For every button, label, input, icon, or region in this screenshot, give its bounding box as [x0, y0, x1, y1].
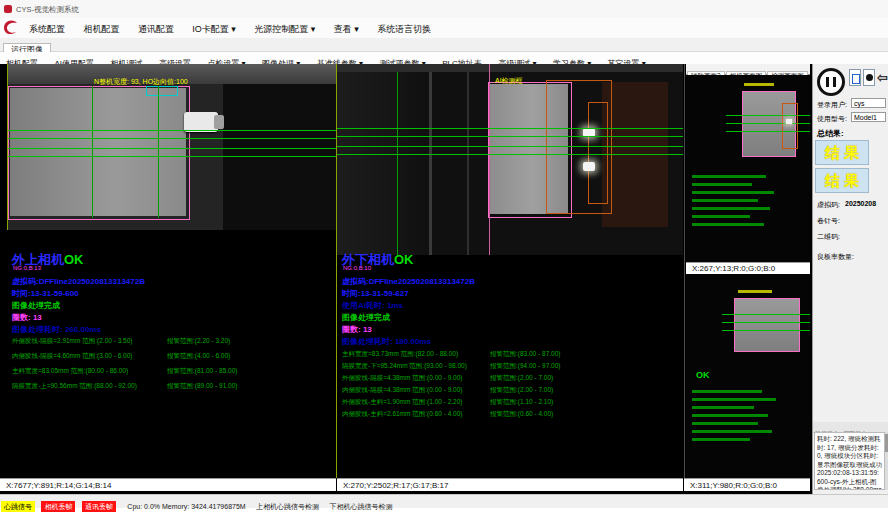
middle-process-done: 图像处理完成	[342, 312, 390, 323]
middle-time: 时间:13-31-59-627	[342, 288, 409, 299]
measure-value: 内侧胶线-隔膜=4.60mm 范围:(3.00 - 6.00)	[12, 352, 132, 361]
pause-icon	[826, 77, 829, 87]
middle-ng-counter: NG:0,B:10	[343, 265, 371, 271]
alarm-range: 报警范围:(94.00 - 97.00)	[490, 362, 560, 371]
middle-camera-image[interactable]: AI检测框	[337, 64, 683, 255]
measure-value: 主料宽度=83.73mm 范围:(82.00 - 88.00)	[342, 350, 458, 359]
app-logo-icon	[2, 19, 20, 37]
alarm-range: 报警范围:(0.60 - 4.00)	[490, 410, 553, 419]
ai-roi-label: AI检测框	[495, 76, 523, 86]
total-result-label: 总结果:	[817, 128, 844, 139]
alarm-range: 报警范围:(81.00 - 85.00)	[167, 367, 237, 376]
pause-button[interactable]	[817, 68, 845, 96]
thumb-ok-label: OK	[696, 370, 710, 380]
pink-guide-line	[489, 64, 490, 255]
material-block	[734, 298, 800, 352]
measurement-row: 外侧胶线-隔膜=4.38mm 范围:(0.00 - 9.00) 报警范围:(2.…	[342, 374, 682, 384]
scanner-button[interactable]	[849, 69, 861, 86]
pink-roi-box	[8, 86, 190, 220]
machine-edge	[429, 72, 432, 255]
menu-camera-config[interactable]: 相机配置	[76, 19, 126, 39]
tab-strip: 运行图像	[0, 38, 888, 52]
lower-camera-heartbeat: 下相机心跳信号检测	[330, 500, 393, 513]
alarm-range: 报警范围:(2.20 - 3.20)	[167, 337, 230, 346]
middle-loop-count: 圈数: 13	[342, 324, 372, 335]
measurement-row: 隔膜宽度-上=90.56mm 范围:(88.00 - 92.00) 报警范围:(…	[12, 382, 336, 392]
camera-drop-badge: 相机丢帧	[41, 501, 75, 512]
menu-language-switch[interactable]: 系统语言切换	[370, 19, 438, 39]
measure-value: 外侧胶线-隔膜=4.38mm 范围:(0.00 - 9.00)	[342, 374, 462, 383]
upper-camera-heartbeat: 上相机心跳信号检测	[256, 500, 319, 513]
cpu-memory-readout: Cpu: 0.0% Memory: 3424.41796875M	[127, 500, 245, 513]
orange-roi-box	[782, 103, 798, 149]
title-bar: CYS-视觉检测系统	[0, 0, 888, 19]
alarm-range: 报警范围:(89.00 - 91.00)	[167, 382, 237, 391]
machine-edge	[467, 72, 469, 255]
virtual-code-value: 20250208	[845, 200, 876, 207]
machine-band	[337, 64, 683, 72]
right-control-panel: ⇦ 登录用户: cys 使用型号: Model1 总结果: 结 果 结 果 虚拟…	[812, 64, 888, 494]
menu-comm-config[interactable]: 通讯配置	[131, 19, 181, 39]
result-box-bottom: 结 果	[815, 168, 869, 193]
pause-icon	[833, 77, 836, 87]
middle-status-ok: OK	[394, 252, 414, 267]
left-status-ok: OK	[64, 252, 84, 267]
measurement-row: 主料宽度=83.05mm 范围:(80.00 - 86.00) 报警范围:(81…	[12, 367, 336, 377]
comm-drop-badge: 通讯丢帧	[82, 501, 116, 512]
machine-column	[337, 72, 429, 255]
measurement-row: 外侧胶线-主料=1.90mm 范围:(1.00 - 2.20) 报警范围:(1.…	[342, 398, 682, 408]
left-virtual-code: 虚拟码:DFFline2025020813313472B	[12, 276, 145, 287]
left-ng-counter: NG:0,B:13	[13, 265, 41, 271]
left-camera-image[interactable]: N整机宽度: 93, HO边向值:100	[8, 64, 336, 230]
app-logo-icon	[4, 5, 12, 13]
menu-items: 系统配置 相机配置 通讯配置 IO卡配置 ▾ 光源控制配置 ▾ 查看 ▾ 系统语…	[22, 18, 438, 38]
connector-tip	[214, 115, 224, 129]
exit-button[interactable]: ⇦	[877, 69, 888, 86]
menu-system-config[interactable]: 系统配置	[22, 19, 72, 39]
good-rate-count-label: 良板率数量:	[817, 252, 854, 262]
left-time: 时间:13-31-59-600	[12, 288, 79, 299]
measure-value: 内侧胶线-主料=2.61mm 范围:(0.60 - 4.00)	[342, 410, 462, 419]
glow-spot	[786, 119, 792, 124]
camera-lens-icon	[866, 74, 873, 81]
exit-arrow-icon: ⇦	[877, 70, 888, 85]
left-overlay-label: N整机宽度: 93, HO边向值:100	[94, 77, 188, 87]
thumb-top-image[interactable]	[686, 75, 810, 262]
measurement-row: 外侧胶线-隔膜=2.91mm 范围:(2.00 - 3.50) 报警范围:(2.…	[12, 337, 336, 347]
thumb-top-pixel-readout: X:267;Y:13;R:0;G:0;B:0	[686, 262, 810, 274]
status-bar: 心跳信号 相机丢帧 通讯丢帧 Cpu: 0.0% Memory: 3424.41…	[0, 494, 888, 508]
log-text: 耗时: 222, 瑕疵检测耗时: 17, 瑕疵分发耗时: 0, 瑕疵模块分区耗时…	[814, 432, 885, 490]
result-box-top: 结 果	[815, 140, 869, 165]
measure-value: 外侧胶线-主料=1.90mm 范围:(1.00 - 2.20)	[342, 398, 462, 407]
panel-divider	[684, 64, 685, 478]
middle-ai-time: 使用AI耗时: 1ms	[342, 300, 403, 311]
alarm-range: 报警范围:(2.00 - 7.00)	[490, 374, 553, 383]
menu-io-config[interactable]: IO卡配置 ▾	[185, 19, 243, 39]
model-input[interactable]: Model1	[851, 112, 886, 122]
measurement-row: 主料宽度=83.73mm 范围:(82.00 - 88.00) 报警范围:(83…	[342, 350, 682, 360]
cyan-roi-box	[146, 86, 178, 96]
orange-roi-box-inner	[588, 102, 608, 204]
menu-light-config[interactable]: 光源控制配置 ▾	[247, 19, 322, 39]
login-user-input[interactable]: cys	[851, 98, 886, 108]
window-title: CYS-视觉检测系统	[16, 5, 79, 15]
thumb-bottom-pixel-readout: X:311;Y:980;R:0;G:0;B:0	[684, 478, 810, 491]
measurement-row: 内侧胶线-隔膜=4.38mm 范围:(0.00 - 9.00) 报警范围:(2.…	[342, 386, 682, 396]
alarm-range: 报警范围:(4.00 - 6.00)	[167, 352, 230, 361]
middle-virtual-code: 虚拟码:DFFline2025020813313472B	[342, 276, 475, 287]
measure-value: 隔膜宽度-上=90.56mm 范围:(88.00 - 92.00)	[12, 382, 137, 391]
alarm-range: 报警范围:(83.00 - 87.00)	[490, 350, 560, 359]
scanner-icon	[852, 74, 860, 84]
menu-view[interactable]: 查看 ▾	[327, 19, 366, 39]
thumb-bottom-image[interactable]: OK	[686, 274, 810, 478]
roll-number-label: 卷针号:	[817, 216, 840, 226]
measure-value: 隔膜宽度-下=95.24mm 范围:(93.00 - 98.00)	[342, 362, 467, 371]
left-process-done: 图像处理完成	[12, 300, 60, 311]
login-user-label: 登录用户:	[817, 100, 847, 110]
left-loop-count: 圈数: 13	[12, 312, 42, 323]
virtual-code-label: 虚拟码:	[817, 200, 840, 210]
measure-value: 主料宽度=83.05mm 范围:(80.00 - 86.00)	[12, 367, 128, 376]
measure-value: 外侧胶线-隔膜=2.91mm 范围:(2.00 - 3.50)	[12, 337, 132, 346]
camera-lens-button[interactable]	[863, 69, 875, 86]
model-label: 使用型号:	[817, 114, 847, 124]
